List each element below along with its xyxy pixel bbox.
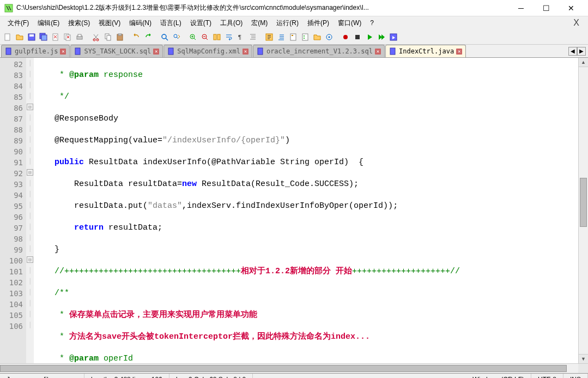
svg-point-28 [304,35,305,37]
maximize-button[interactable]: ☐ [534,0,559,16]
fold-column[interactable]: ││││⊟│││││⊟│││││││⊟││││││ [26,58,34,363]
tab-close-icon[interactable]: ✕ [456,49,462,55]
svg-point-31 [329,36,330,38]
hscroll-thumb[interactable] [0,365,567,372]
replace-button[interactable] [171,32,182,43]
svg-rect-0 [5,4,13,12]
doc-map-button[interactable] [288,32,299,43]
indent-button[interactable] [264,32,275,43]
svg-point-29 [304,38,305,39]
scroll-down-arrow[interactable]: ▼ [579,354,588,363]
tab-label: SYS_TASK_LOCK.sql [84,47,151,55]
new-file-button[interactable] [2,32,13,43]
svg-rect-26 [292,35,293,36]
svg-point-17 [162,34,166,39]
paste-button[interactable] [114,32,125,43]
monitor-button[interactable] [324,32,335,43]
play-macro-button[interactable] [364,32,375,43]
close-file-button[interactable] [50,32,61,43]
svg-rect-8 [66,35,70,40]
svg-rect-36 [75,48,80,55]
file-icon [5,47,13,55]
menu-macro[interactable]: 宏(M) [247,17,272,29]
menu-search[interactable]: 搜索(S) [64,17,94,29]
save-macro-button[interactable] [388,32,399,43]
open-file-button[interactable] [14,32,25,43]
tab-close-icon[interactable]: ✕ [60,49,66,55]
status-encoding[interactable]: UTF-8 [531,374,563,378]
close-all-button[interactable] [62,32,73,43]
title-bar: C:\Users\shizi\Desktop\1.2.2版本升级到1.2.3增量… [0,0,588,16]
func-list-button[interactable] [300,32,311,43]
tab-bar: gulpfile.js ✕ SYS_TASK_LOCK.sql ✕ SqlMap… [0,45,588,58]
status-position: Ln : 9 Col : 62 Sel : 0 | 0 [169,374,253,378]
svg-rect-33 [355,35,360,39]
menu-bar: 文件(F) 编辑(E) 搜索(S) 视图(V) 编码(N) 语言(L) 设置(T… [0,16,588,29]
menu-settings[interactable]: 设置(T) [186,17,216,29]
menu-edit[interactable]: 编辑(E) [33,17,64,29]
scroll-thumb[interactable] [580,178,587,227]
tab-scroll-left[interactable]: ◀ [568,47,577,56]
app-icon [4,4,13,13]
close-button[interactable]: ✕ [559,0,584,16]
tab-oracle[interactable]: oracle_increment_V1.2.3.sql ✕ [253,45,385,57]
play-macro-multi-button[interactable] [376,32,387,43]
show-chars-button[interactable]: ¶ [235,32,246,43]
file-icon [167,47,175,55]
tab-scroll-right[interactable]: ▶ [577,47,586,56]
svg-rect-1 [5,34,10,40]
save-button[interactable] [26,32,37,43]
tab-systask[interactable]: SYS_TASK_LOCK.sql ✕ [70,45,163,57]
svg-rect-21 [214,34,216,40]
tab-close-icon[interactable]: ✕ [153,49,159,55]
tab-sqlmap[interactable]: SqlMapConfig.xml ✕ [163,45,252,57]
scroll-up-arrow[interactable]: ▲ [579,58,588,67]
status-eol[interactable]: Windows (CR LF) [466,374,531,378]
menu-close-x[interactable]: X [568,18,585,28]
svg-text:¶: ¶ [238,34,241,40]
indent-guide-button[interactable] [247,32,258,43]
outdent-button[interactable] [276,32,287,43]
stop-macro-button[interactable] [352,32,363,43]
zoom-in-button[interactable] [187,32,198,43]
menu-help[interactable]: ? [366,18,378,28]
menu-encoding[interactable]: 编码(N) [125,17,156,29]
menu-view[interactable]: 视图(V) [94,17,125,29]
minimize-button[interactable]: ─ [508,0,534,16]
horizontal-scrollbar[interactable] [0,363,588,373]
menu-run[interactable]: 运行(R) [272,17,303,29]
tab-indexctrl[interactable]: IndexCtrl.java ✕ [385,45,466,57]
zoom-out-button[interactable] [199,32,210,43]
menu-window[interactable]: 窗口(W) [334,17,366,29]
copy-button[interactable] [102,32,113,43]
file-icon [389,47,397,55]
menu-plugins[interactable]: 插件(P) [303,17,334,29]
sync-scroll-button[interactable] [211,32,222,43]
code-area[interactable]: * @param response */ @ResponseBody @Requ… [34,58,578,363]
tab-close-icon[interactable]: ✕ [375,49,381,55]
save-all-button[interactable] [38,32,49,43]
svg-rect-16 [118,34,122,35]
menu-tools[interactable]: 工具(O) [216,17,247,29]
tab-close-icon[interactable]: ✕ [243,49,248,55]
tab-gulpfile[interactable]: gulpfile.js ✕ [1,45,70,57]
status-mode[interactable]: INS [563,374,588,378]
tab-label: SqlMapConfig.xml [177,47,240,55]
tab-label: oracle_increment_V1.2.3.sql [266,47,373,55]
redo-button[interactable] [143,32,154,43]
print-button[interactable] [74,32,85,43]
cut-button[interactable] [90,32,101,43]
wrap-button[interactable] [223,32,234,43]
editor-area: 8283848586878889909192939495969798991001… [0,58,588,363]
svg-rect-38 [258,48,263,55]
record-macro-button[interactable] [340,32,351,43]
line-number-gutter: 8283848586878889909192939495969798991001… [0,58,26,363]
vertical-scrollbar[interactable]: ▲ ▼ [578,58,588,363]
folder-workspace-button[interactable] [312,32,323,43]
tab-label: gulpfile.js [15,47,58,55]
find-button[interactable] [159,32,170,43]
menu-file[interactable]: 文件(F) [3,17,33,29]
undo-button[interactable] [131,32,142,43]
tab-label: IndexCtrl.java [399,47,454,55]
menu-language[interactable]: 语言(L) [156,17,186,29]
